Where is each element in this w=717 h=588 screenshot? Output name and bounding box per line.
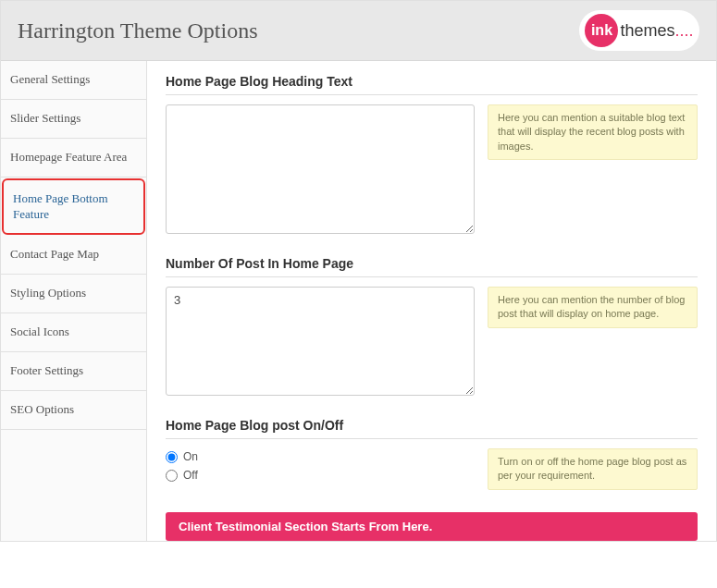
section-title: Number Of Post In Home Page [166,256,698,271]
radio-off-label: Off [183,469,198,482]
section-blog-onoff: Home Page Blog post On/Off On Off Turn o [166,418,698,490]
logo: ink themes.... [579,10,699,51]
page-title: Harrington Theme Options [18,18,258,43]
section-num-posts: Number Of Post In Home Page Here you can… [166,256,698,396]
logo-circle-icon: ink [585,14,618,47]
blog-heading-textarea[interactable] [166,104,475,234]
num-posts-textarea[interactable] [166,287,475,396]
sidebar-item-contact-page-map[interactable]: Contact Page Map [1,236,146,275]
sidebar-item-styling-options[interactable]: Styling Options [1,275,146,313]
main-panel: Home Page Blog Heading Text Here you can… [147,61,716,541]
logo-text: themes.... [620,21,693,41]
radio-group: On Off [166,450,475,490]
section-row: Here you can mention the number of blog … [166,287,698,396]
radio-off[interactable]: Off [166,469,475,482]
header: Harrington Theme Options ink themes.... [1,1,716,61]
sidebar-item-footer-settings[interactable]: Footer Settings [1,352,146,391]
sidebar-item-seo-options[interactable]: SEO Options [1,391,146,430]
divider [166,276,698,277]
section-row: On Off Turn on or off the home page blog… [166,448,698,490]
sidebar-item-slider-settings[interactable]: Slider Settings [1,100,146,139]
divider [166,94,698,95]
sidebar: General Settings Slider Settings Homepag… [1,61,147,541]
radio-on-input[interactable] [166,451,178,463]
radio-on-label: On [183,450,198,463]
radio-off-input[interactable] [166,470,178,482]
section-row: Here you can mention a suitable blog tex… [166,104,698,234]
sidebar-item-general-settings[interactable]: General Settings [1,61,146,100]
radio-on[interactable]: On [166,450,475,463]
sidebar-item-home-page-bottom-feature[interactable]: Home Page Bottom Feature [2,178,145,236]
help-box: Turn on or off the home page blog post a… [488,448,698,490]
body: General Settings Slider Settings Homepag… [1,61,716,541]
section-title: Home Page Blog Heading Text [166,74,698,89]
testimonial-banner: Client Testimonial Section Starts From H… [166,512,698,541]
app-container: Harrington Theme Options ink themes.... … [0,0,717,542]
help-box: Here you can mention a suitable blog tex… [488,104,698,160]
section-blog-heading: Home Page Blog Heading Text Here you can… [166,74,698,234]
sidebar-item-homepage-feature-area[interactable]: Homepage Feature Area [1,139,146,178]
sidebar-item-social-icons[interactable]: Social Icons [1,313,146,352]
divider [166,438,698,439]
help-box: Here you can mention the number of blog … [488,287,698,328]
section-title: Home Page Blog post On/Off [166,418,698,433]
